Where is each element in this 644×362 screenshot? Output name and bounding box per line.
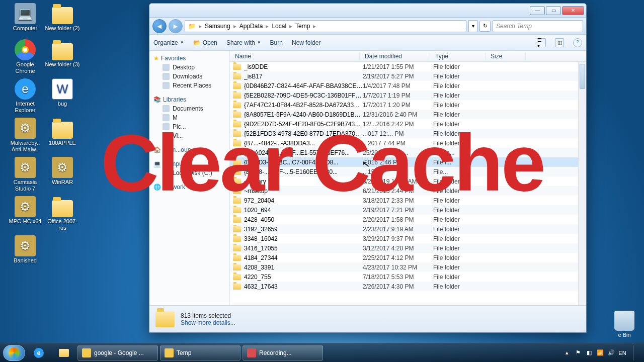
taskbar-button-0[interactable]: google - Google ... <box>77 345 158 360</box>
close-button[interactable]: ✕ <box>562 6 584 15</box>
favorites-header[interactable]: ★Favorites <box>149 54 229 63</box>
nav-recent[interactable]: Recent Places <box>149 81 229 90</box>
file-row[interactable]: 4220_7557/18/2017 5:53 PMFile folder <box>230 272 586 282</box>
burn-button[interactable]: Burn <box>270 39 283 46</box>
scrollbar[interactable] <box>578 62 586 305</box>
folder-icon <box>233 255 241 261</box>
tray-flag-icon[interactable]: ⚑ <box>575 349 582 356</box>
folder-icon <box>233 150 241 156</box>
file-row[interactable]: {8A8057E1-5F9A-4240-AB60-D1869D1B3...12/… <box>230 110 586 119</box>
network-header[interactable]: 🌐 Network <box>149 183 229 192</box>
libraries-header[interactable]: 📚 Libraries <box>149 95 229 104</box>
file-row[interactable]: {5E2B0282-709D-4DE5-9C3C-136B01FF2F...1/… <box>230 90 586 100</box>
desktop-icon-office-2007-rus[interactable]: Office 2007-rus <box>44 196 80 231</box>
nav-documents[interactable]: Documents <box>149 104 229 113</box>
nav-pictures[interactable]: Pic... <box>149 122 229 131</box>
pinned-ie[interactable]: e <box>27 345 50 360</box>
file-row[interactable]: _is9DDE1/21/2017 1:55 PMFile folder <box>230 62 586 71</box>
col-date[interactable]: Date modified <box>360 53 430 60</box>
desktop-icon-new-folder-3-[interactable]: New folder (3) <box>44 39 80 68</box>
file-row[interactable]: 972_204043/18/2017 2:33 PMFile folder <box>230 196 586 205</box>
nav-downloads[interactable]: Downloads <box>149 72 229 81</box>
desktop-icon-bug[interactable]: Wbug <box>44 78 80 107</box>
file-row[interactable]: 3416_170553/12/2017 4:20 PMFile folder <box>230 243 586 253</box>
organize-menu[interactable]: Organize ▼ <box>153 39 184 46</box>
crumb-1[interactable]: AppData <box>238 23 264 30</box>
tray-network-icon[interactable]: 📶 <box>597 349 604 356</box>
desktop-icon-malwareby-anti-malw-[interactable]: ⚙Malwareby.. Anti-Malw.. <box>7 118 43 153</box>
file-row[interactable]: 4632_176432/26/2017 4:30 PMFile folder <box>230 282 586 291</box>
nav-localdisk[interactable]: Local Disk (C:) <box>149 168 229 177</box>
file-row[interactable]: 2428_40502/20/2017 1:58 PMFile folder <box>230 215 586 224</box>
minimize-button[interactable]: — <box>530 6 545 15</box>
file-row[interactable]: {7AF47C21-0F84-4B2F-8528-DA672A3366...1/… <box>230 100 586 110</box>
taskbar-button-2[interactable]: Recording... <box>243 345 323 360</box>
tray-up-icon[interactable]: ▴ <box>564 349 571 356</box>
desktop-icon-banished[interactable]: ⚙Banished <box>7 235 43 264</box>
homegroup-header[interactable]: 🏠 Hom...oup <box>149 145 229 154</box>
col-size[interactable]: Size <box>486 53 526 60</box>
desktop-icon-google-chrome[interactable]: Google Chrome <box>7 39 43 74</box>
file-row[interactable]: {9D2E2D7D-524F-4F20-8F05-C2F9B7430B...12… <box>230 119 586 129</box>
computer-header[interactable]: 💻 Computer <box>149 159 229 168</box>
file-row[interactable]: 4208_33914/23/2017 10:32 PMFile folder <box>230 262 586 272</box>
newfolder-button[interactable]: New folder <box>292 39 320 46</box>
view-mode-button[interactable]: ☰ ▾ <box>537 38 546 47</box>
file-row[interactable]: ~Library8/22/2019 11:39 AMFile folder <box>230 176 586 186</box>
tray-lang-icon[interactable]: EN <box>619 349 626 356</box>
file-row[interactable]: 3192_326592/23/2017 9:19 AMFile folder <box>230 224 586 234</box>
crumb-3[interactable]: Temp <box>294 23 311 30</box>
show-desktop-button[interactable] <box>633 345 639 360</box>
desktop-icon-internet-explorer[interactable]: eInternet Explorer <box>7 78 43 114</box>
desktop-icon-computer[interactable]: 💻Computer <box>7 3 43 32</box>
column-headers[interactable]: Name Date modified Type Size <box>230 51 586 62</box>
forward-button[interactable]: ► <box>169 19 183 33</box>
recycle-bin[interactable]: e Bin <box>609 311 640 338</box>
col-name[interactable]: Name <box>230 53 360 60</box>
search-input[interactable]: Search Temp <box>493 20 583 32</box>
file-row[interactable]: {0D846B27-C824-464F-AFAF-BBA938CE4...1/4… <box>230 81 586 90</box>
breadcrumb[interactable]: 📁 ▸ Samsung▸ AppData▸ Local▸ Temp▸ <box>185 20 466 32</box>
file-row[interactable]: {52B1FDD3-4978-42E0-877D-17EDA370EA.....… <box>230 129 586 138</box>
nav-pane[interactable]: ★Favorites Desktop Downloads Recent Plac… <box>149 51 230 305</box>
crumb-2[interactable]: Local <box>271 23 287 30</box>
back-button[interactable]: ◄ <box>152 19 167 33</box>
nav-music[interactable]: M <box>149 113 229 122</box>
refresh-button[interactable]: ↻ <box>479 21 491 32</box>
file-row[interactable]: ~rnsetup6/21/2015 2:44 PMFile folder <box>230 186 586 196</box>
file-row[interactable]: {DF...D3-...-4BC...C7-00F4553D8.../2016 … <box>230 157 586 167</box>
desktop-icon-winrar[interactable]: ⚙WinRAR <box>44 157 80 186</box>
share-menu[interactable]: Share with ▼ <box>226 39 261 46</box>
desktop-icon-camtasia-studio-7[interactable]: ⚙Camtasia Studio 7 <box>7 157 43 192</box>
maximize-button[interactable]: ▭ <box>546 6 561 15</box>
pinned-explorer[interactable] <box>52 345 75 360</box>
nav-videos[interactable]: Vi... <box>149 131 229 140</box>
tray-app-icon[interactable]: ◧ <box>586 349 593 356</box>
desktop-icon-new-folder-2-[interactable]: New folder (2) <box>44 3 80 32</box>
system-tray[interactable]: ▴ ⚑ ◧ 📶 🔊 EN <box>564 345 641 360</box>
taskbar-button-1[interactable]: Temp <box>160 345 240 360</box>
tray-volume-icon[interactable]: 🔊 <box>608 349 615 356</box>
details-pane: 813 items selected Show more details... <box>149 305 586 332</box>
preview-pane-button[interactable]: ◫ <box>555 38 564 47</box>
file-row[interactable]: {E...F8-...446F-...5-E160EE0CB0......15 … <box>230 167 586 176</box>
scroll-thumb[interactable] <box>580 64 585 89</box>
col-type[interactable]: Type <box>430 53 486 60</box>
open-button[interactable]: 📂Open <box>193 39 217 46</box>
history-dropdown[interactable]: ▾ <box>468 20 477 32</box>
file-row[interactable]: 1020_6942/19/2017 7:21 PMFile folder <box>230 205 586 215</box>
file-row[interactable]: 3348_160423/29/2017 9:37 PMFile folder <box>230 234 586 243</box>
start-button[interactable] <box>3 345 25 361</box>
file-row[interactable]: 4184_273442/25/2017 4:12 PMFile folder <box>230 253 586 262</box>
help-button[interactable]: ? <box>573 38 582 47</box>
crumb-0[interactable]: Samsung <box>204 23 231 30</box>
desktop-icon-100apple[interactable]: 100APPLE <box>44 118 80 146</box>
desktop-icon-mpc-hc-x64[interactable]: ⚙MPC-HC x64 <box>7 196 43 225</box>
file-row[interactable]: {B7...-4842-...-A38DDA3......2017 7:44 P… <box>230 138 586 148</box>
nav-desktop[interactable]: Desktop <box>149 63 229 72</box>
show-more-link[interactable]: Show more details... <box>181 319 235 326</box>
file-row[interactable]: {CAA024D3-...-46F...E1-55703BEF76...25/2… <box>230 148 586 157</box>
taskbar[interactable]: e google - Google ...TempRecording... ▴ … <box>0 343 644 362</box>
titlebar[interactable]: — ▭ ✕ <box>149 4 586 18</box>
file-row[interactable]: _isB172/19/2017 5:27 PMFile folder <box>230 71 586 81</box>
